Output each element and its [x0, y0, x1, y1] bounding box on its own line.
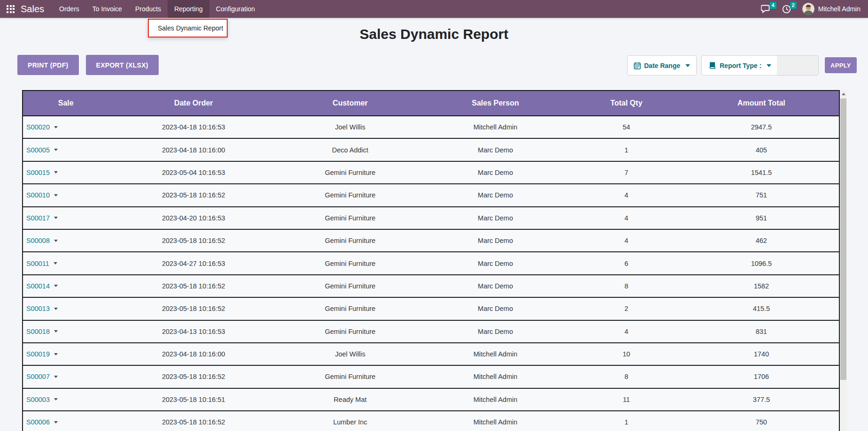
nav-item-configuration[interactable]: Configuration — [209, 0, 261, 18]
sale-order-link[interactable]: S00007 — [26, 373, 50, 380]
table-row: S000032023-05-18 10:16:51Ready MatMitche… — [23, 389, 839, 411]
reporting-dropdown: Sales Dynamic Report — [148, 19, 228, 38]
nav-item-products[interactable]: Products — [129, 0, 168, 18]
sale-order-link[interactable]: S00018 — [26, 328, 50, 335]
chevron-down-icon[interactable] — [54, 171, 58, 174]
column-header-amount-total: Amount Total — [684, 91, 839, 115]
total-qty-cell: 4 — [569, 191, 684, 199]
chevron-down-icon[interactable] — [54, 262, 57, 265]
amount-total-cell: 405 — [684, 146, 839, 154]
customer-cell: Gemini Furniture — [278, 260, 422, 267]
chevron-down-icon — [685, 64, 690, 67]
report-table-zone: SaleDate OrderCustomerSales PersonTotal … — [22, 90, 847, 431]
sale-order-link[interactable]: S00003 — [26, 396, 50, 403]
sales-person-cell: Mitchell Admin — [422, 396, 569, 403]
amount-total-cell: 750 — [684, 418, 839, 426]
amount-total-cell: 751 — [684, 191, 839, 199]
nav-item-orders[interactable]: Orders — [53, 0, 86, 18]
menu-item-sales-dynamic-report[interactable]: Sales Dynamic Report — [158, 24, 223, 32]
sale-order-link[interactable]: S00008 — [26, 237, 50, 244]
total-qty-cell: 11 — [569, 396, 684, 403]
scroll-up-button[interactable] — [840, 90, 847, 98]
customer-cell: Deco Addict — [278, 146, 422, 154]
table-row: S000172023-04-20 10:16:53Gemini Furnitur… — [23, 207, 839, 230]
table-row: S000132023-05-18 10:16:52Gemini Furnitur… — [23, 298, 839, 320]
sales-person-cell: Mitchell Admin — [422, 350, 569, 358]
date-order-cell: 2023-05-18 10:16:52 — [108, 237, 278, 244]
date-order-cell: 2023-04-20 10:16:53 — [108, 214, 278, 222]
sale-order-link[interactable]: S00013 — [26, 305, 50, 312]
date-range-label: Date Range — [644, 62, 680, 69]
date-order-cell: 2023-05-18 10:16:52 — [108, 191, 278, 199]
left-actions: PRINT (PDF) EXPORT (XLSX) — [17, 55, 159, 75]
chevron-down-icon[interactable] — [54, 217, 58, 219]
total-qty-cell: 7 — [569, 169, 684, 176]
nav-item-to-invoice[interactable]: To Invoice — [86, 0, 129, 18]
sale-order-link[interactable]: S00017 — [26, 214, 50, 222]
customer-cell: Lumber Inc — [278, 418, 422, 426]
report-table: SaleDate OrderCustomerSales PersonTotal … — [22, 90, 840, 431]
apps-grid-icon[interactable] — [7, 5, 15, 13]
date-order-cell: 2023-04-18 10:16:00 — [108, 146, 278, 154]
sales-person-cell: Marc Demo — [422, 169, 569, 176]
date-order-cell: 2023-05-18 10:16:51 — [108, 396, 278, 403]
date-range-dropdown[interactable]: Date Range — [627, 55, 697, 76]
date-order-cell: 2023-04-18 10:16:00 — [108, 350, 278, 358]
column-header-sales-person: Sales Person — [422, 91, 569, 115]
chevron-down-icon[interactable] — [54, 421, 58, 423]
column-header-date-order: Date Order — [108, 91, 278, 115]
sale-order-link[interactable]: S00019 — [26, 350, 50, 358]
activities-button[interactable]: 2 — [782, 5, 791, 14]
table-scrollbar[interactable] — [840, 90, 847, 431]
sales-person-cell: Marc Demo — [422, 305, 569, 312]
chevron-down-icon[interactable] — [54, 353, 58, 355]
export-xlsx-button[interactable]: EXPORT (XLSX) — [86, 55, 159, 75]
total-qty-cell: 8 — [569, 282, 684, 290]
sale-order-link[interactable]: S00014 — [26, 282, 50, 290]
sales-person-cell: Marc Demo — [422, 237, 569, 244]
print-pdf-button[interactable]: PRINT (PDF) — [17, 55, 79, 75]
date-order-cell: 2023-05-18 10:16:52 — [108, 305, 278, 312]
sale-order-link[interactable]: S00010 — [26, 191, 50, 199]
chevron-down-icon[interactable] — [54, 194, 58, 197]
chevron-down-icon[interactable] — [54, 308, 58, 310]
sale-order-link[interactable]: S00020 — [26, 123, 50, 131]
chevron-down-icon[interactable] — [54, 149, 58, 151]
messages-button[interactable]: 4 — [761, 5, 771, 14]
report-type-dropdown[interactable]: Report Type : — [701, 55, 819, 76]
column-header-customer: Customer — [278, 91, 422, 115]
customer-cell: Gemini Furniture — [278, 328, 422, 335]
nav-menu: OrdersTo InvoiceProductsReportingConfigu… — [53, 0, 261, 18]
avatar[interactable] — [802, 3, 814, 15]
app-brand[interactable]: Sales — [21, 4, 44, 15]
chevron-down-icon[interactable] — [54, 376, 58, 378]
customer-cell: Gemini Furniture — [278, 237, 422, 244]
sale-cell: S00011 — [23, 260, 108, 267]
chevron-down-icon[interactable] — [54, 126, 58, 129]
activities-badge: 2 — [790, 2, 797, 9]
sale-order-link[interactable]: S00006 — [26, 418, 50, 426]
chevron-down-icon[interactable] — [54, 240, 58, 242]
amount-total-cell: 1096.5 — [684, 260, 839, 267]
table-row: S000112023-04-27 10:16:53Gemini Furnitur… — [23, 252, 839, 275]
table-row: S000102023-05-18 10:16:52Gemini Furnitur… — [23, 184, 839, 207]
scrollbar-thumb[interactable] — [840, 98, 846, 380]
sale-cell: S00007 — [23, 373, 108, 380]
nav-item-reporting[interactable]: Reporting — [168, 0, 209, 18]
chevron-down-icon[interactable] — [54, 398, 58, 401]
chevron-down-icon[interactable] — [54, 330, 58, 333]
sale-order-link[interactable]: S00011 — [26, 260, 49, 267]
sale-order-link[interactable]: S00005 — [26, 146, 50, 154]
chevron-down-icon[interactable] — [54, 285, 58, 287]
sale-order-link[interactable]: S00015 — [26, 169, 50, 176]
scroll-up-arrow-icon — [842, 93, 845, 95]
user-menu[interactable]: Mitchell Admin — [802, 3, 860, 15]
apply-button[interactable]: APPLY — [825, 57, 857, 73]
screen: Sales OrdersTo InvoiceProductsReportingC… — [0, 0, 868, 431]
sale-cell: S00014 — [23, 282, 108, 290]
date-order-cell: 2023-04-18 10:16:53 — [108, 123, 278, 131]
date-order-cell: 2023-05-18 10:16:52 — [108, 282, 278, 290]
sales-person-cell: Marc Demo — [422, 282, 569, 290]
report-type-value-area[interactable] — [777, 56, 818, 75]
table-body: S000202023-04-18 10:16:53Joel WillisMitc… — [23, 116, 839, 431]
